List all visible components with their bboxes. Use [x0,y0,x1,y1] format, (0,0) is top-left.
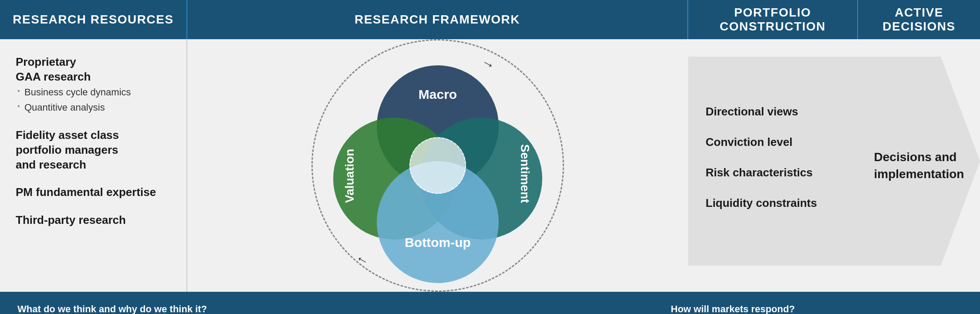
rr-thirdparty-label: Third-party research [16,213,173,228]
right-section: Directional views Conviction level Risk … [688,39,980,292]
rr-pm-label: PM fundamental expertise [16,185,173,200]
bottom-left-text: What do we think and why do we think it?… [17,301,671,314]
rr-proprietary-line1: Proprietary [16,55,173,70]
active-content: Decisions and implementation [865,149,973,182]
header-research-framework: RESEARCH FRAMEWORK [187,0,688,39]
header-research-resources: RESEARCH RESOURCES [0,0,187,39]
portfolio-directional-views: Directional views [706,105,817,119]
active-decisions-line2: implementation [874,165,964,182]
venn-valuation-label: Valuation [343,151,357,203]
active-decisions-line1: Decisions and [874,149,964,165]
portfolio-liquidity-constraints: Liquidity constraints [706,196,817,211]
venn-macro-label: Macro [394,87,481,102]
bottom-right-line1: How will markets respond? [671,301,963,314]
research-resources-panel: Proprietary GAA research Business cycle … [0,39,187,292]
portfolio-conviction-level: Conviction level [706,135,817,150]
venn-inner-dashed-circle [409,137,466,194]
main-container: RESEARCH RESOURCES RESEARCH FRAMEWORK PO… [0,0,980,314]
rr-fidelity-line3: and research [16,158,173,172]
rr-section-thirdparty: Third-party research [16,213,173,228]
venn-bottomup-label: Bottom-up [388,235,488,250]
header-portfolio-label: PORTFOLIO CONSTRUCTION [720,6,826,34]
rr-section-pm: PM fundamental expertise [16,185,173,200]
portfolio-content: Directional views Conviction level Risk … [688,91,830,239]
venn-sentiment-label: Sentiment [518,144,532,196]
header-row: RESEARCH RESOURCES RESEARCH FRAMEWORK PO… [0,0,980,39]
header-active-label: ACTIVE DECISIONS [882,6,956,34]
bottom-right-text: How will markets respond? How do we posi… [671,301,963,314]
rr-proprietary-line2: GAA research [16,70,173,84]
header-portfolio-construction: PORTFOLIO CONSTRUCTION [688,0,858,39]
rr-bullet-business: Business cycle dynamics [16,84,173,100]
rr-section-fidelity: Fidelity asset class portfolio managers … [16,128,173,172]
header-research-framework-label: RESEARCH FRAMEWORK [355,13,520,27]
bottom-bar: What do we think and why do we think it?… [0,292,980,314]
venn-diagram: Macro Valuation Sentiment Bottom-up → → [311,39,564,292]
header-active-decisions: ACTIVE DECISIONS [858,0,980,39]
rr-bullet-quant: Quantitive analysis [16,100,173,115]
rr-fidelity-line2: portfolio managers [16,143,173,158]
header-research-resources-label: RESEARCH RESOURCES [13,13,173,27]
portfolio-risk-characteristics: Risk characteristics [706,165,817,180]
content-row: Proprietary GAA research Business cycle … [0,39,980,292]
research-framework-panel: Macro Valuation Sentiment Bottom-up → → [187,39,688,292]
bottom-left-line1: What do we think and why do we think it? [17,301,671,314]
rr-fidelity-line1: Fidelity asset class [16,128,173,143]
rr-section-proprietary: Proprietary GAA research Business cycle … [16,55,173,115]
